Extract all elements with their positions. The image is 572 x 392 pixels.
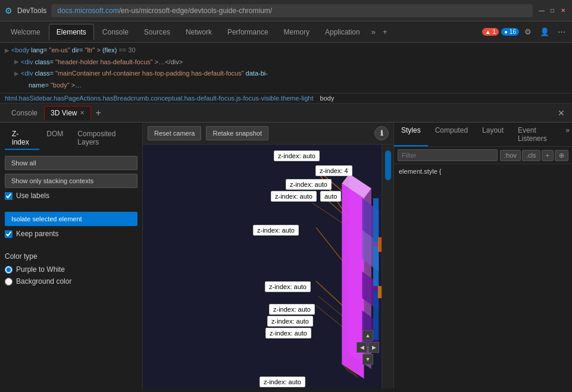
settings-icon[interactable]: ⚙ [521, 26, 535, 38]
z-label-9: z-index: auto [267, 316, 313, 327]
tab-overflow-button[interactable]: » [368, 26, 379, 38]
hov-button[interactable]: :hov [500, 150, 521, 161]
styles-tab[interactable]: Styles [394, 123, 428, 146]
cls-button[interactable]: .cls [522, 150, 540, 161]
retake-snapshot-button[interactable]: Retake snapshot [206, 126, 268, 140]
html-line-2: ▶ <div class="header-holder has-default-… [5, 57, 567, 68]
svg-rect-18 [373, 199, 379, 243]
canvas-3d-area: Reset camera Retake snapshot ℹ [143, 123, 393, 388]
tab-network[interactable]: Network [179, 24, 219, 40]
devtools-toolbar-right: ▲ 1 ● 16 ⚙ 👤 ⋯ [482, 26, 568, 38]
tab-3d-view[interactable]: 3D View ✕ [44, 106, 90, 120]
sub-tab-composited[interactable]: Composited Layers [70, 127, 137, 150]
tab-sources[interactable]: Sources [137, 24, 177, 40]
profile-icon[interactable]: 👤 [537, 26, 552, 38]
show-only-stacking-button[interactable]: Show only stacking contexts [5, 174, 137, 188]
background-color-label: Background color [16, 277, 71, 286]
keep-parents-row: Keep parents [5, 230, 137, 238]
background-color-radio[interactable] [5, 278, 12, 286]
z-label-6: z-index: auto [253, 225, 299, 236]
warning-badge[interactable]: ▲ 1 [482, 28, 499, 36]
tab-console[interactable]: Console [95, 24, 136, 40]
more-icon[interactable]: ⋯ [555, 26, 568, 38]
right-tabs-overflow[interactable]: » [563, 123, 572, 146]
info-badge[interactable]: ● 16 [501, 28, 519, 36]
html-tree: ▶ <body lang="en-us" dir="ltr" > (flex) … [0, 43, 572, 93]
sub-tab-bar: Z-index DOM Composited Layers [5, 127, 137, 150]
z-label-7: z-index: auto [265, 281, 311, 292]
browser-chrome: ⚙ DevTools docs.microsoft.com/en-us/micr… [0, 0, 572, 21]
purple-to-white-label: Purple to White [16, 265, 65, 274]
main-content-area: Z-index DOM Composited Layers Show all S… [0, 123, 572, 388]
nav-lr-row: ◀ ▶ [357, 342, 379, 353]
tree-arrow-2[interactable]: ▶ [14, 57, 19, 67]
use-labels-checkbox[interactable] [5, 192, 12, 200]
tab-performance[interactable]: Performance [220, 24, 276, 40]
filter-buttons: :hov .cls + ⊕ [500, 150, 568, 161]
add-tab-button[interactable]: + [380, 26, 390, 38]
nav-left-button[interactable]: ◀ [357, 342, 367, 353]
add-inner-tab-button[interactable]: + [91, 106, 106, 120]
svg-rect-19 [373, 247, 379, 287]
nav-down-button[interactable]: ▼ [362, 354, 373, 365]
address-bar[interactable]: docs.microsoft.com/en-us/microsoft-edge/… [51, 4, 533, 17]
vertical-scrollbar[interactable] [382, 145, 393, 388]
html-line-1: ▶ <body lang="en-us" dir="ltr" > (flex) … [5, 45, 567, 57]
z-label-5: auto [320, 191, 341, 202]
layout-tab[interactable]: Layout [475, 123, 511, 146]
browser-favicon: ⚙ [5, 6, 12, 15]
3d-visualization[interactable]: z-index: auto z-index: 4 z-index: auto z… [143, 145, 393, 388]
maximize-button[interactable]: □ [548, 7, 557, 15]
tab-console-inner[interactable]: Console [5, 106, 44, 120]
close-button[interactable]: ✕ [559, 7, 567, 15]
window-controls: — □ ✕ [537, 7, 567, 15]
tree-arrow-1[interactable]: ▶ [5, 46, 10, 55]
computed-tab[interactable]: Computed [428, 123, 475, 146]
sub-tab-dom[interactable]: DOM [39, 127, 70, 150]
show-all-button[interactable]: Show all [5, 156, 137, 170]
keep-parents-label: Keep parents [16, 230, 58, 238]
left-panel: Z-index DOM Composited Layers Show all S… [0, 123, 143, 388]
minimize-button[interactable]: — [537, 7, 546, 15]
inner-tab-row: Console 3D View ✕ + ✕ [0, 104, 572, 123]
z-label-3: z-index: auto [286, 179, 332, 190]
canvas-and-styles: Reset camera Retake snapshot ℹ [143, 123, 572, 388]
z-label-8: z-index: auto [269, 304, 315, 315]
event-listeners-tab[interactable]: Event Listeners [511, 123, 563, 146]
use-labels-row: Use labels [5, 192, 137, 200]
close-3d-tab-icon[interactable]: ✕ [80, 109, 85, 116]
info-button[interactable]: ℹ [374, 126, 389, 140]
filter-input[interactable] [398, 149, 498, 161]
style-rule-element: element.style { [399, 168, 567, 175]
styles-tab-bar: Styles Computed Layout Event Listeners » [394, 123, 572, 147]
close-panel-button[interactable]: ✕ [555, 106, 567, 120]
add-style-button[interactable]: + [542, 150, 554, 161]
tree-arrow-3[interactable]: ▶ [14, 69, 19, 79]
background-color-row: Background color [5, 277, 137, 286]
styles-content: element.style { [394, 164, 572, 178]
scroll-thumb[interactable] [385, 150, 391, 180]
sub-tab-zindex[interactable]: Z-index [5, 127, 39, 150]
z-label-11: z-index: auto [260, 377, 305, 387]
purple-to-white-row: Purple to White [5, 265, 137, 274]
nav-arrows: ▲ ◀ ▶ ▼ [357, 330, 379, 365]
purple-to-white-radio[interactable] [5, 266, 12, 274]
breadcrumb: html.hasSidebar.hasPageActions.hasBreadc… [0, 93, 572, 104]
html-line-3: ▶ <div class="mainContainer uhf-containe… [5, 68, 567, 80]
z-label-1: z-index: auto [274, 150, 320, 161]
reset-camera-button[interactable]: Reset camera [148, 126, 201, 140]
keep-parents-checkbox[interactable] [5, 230, 12, 238]
z-label-10: z-index: auto [265, 328, 311, 338]
nav-up-button[interactable]: ▲ [362, 330, 373, 341]
isolate-selected-button[interactable]: Isolate selected element [5, 212, 137, 226]
nav-right-button[interactable]: ▶ [368, 342, 379, 353]
tab-welcome[interactable]: Welcome [4, 24, 48, 40]
filter-row: :hov .cls + ⊕ [394, 147, 572, 164]
tab-elements[interactable]: Elements [49, 24, 94, 40]
more-style-button[interactable]: ⊕ [555, 150, 568, 161]
styles-panel: Styles Computed Layout Event Listeners »… [393, 123, 572, 388]
tab-application[interactable]: Application [318, 24, 367, 40]
3d-toolbar: Reset camera Retake snapshot ℹ [143, 123, 393, 145]
tab-memory[interactable]: Memory [277, 24, 317, 40]
console-tab-label: Console [11, 109, 37, 117]
